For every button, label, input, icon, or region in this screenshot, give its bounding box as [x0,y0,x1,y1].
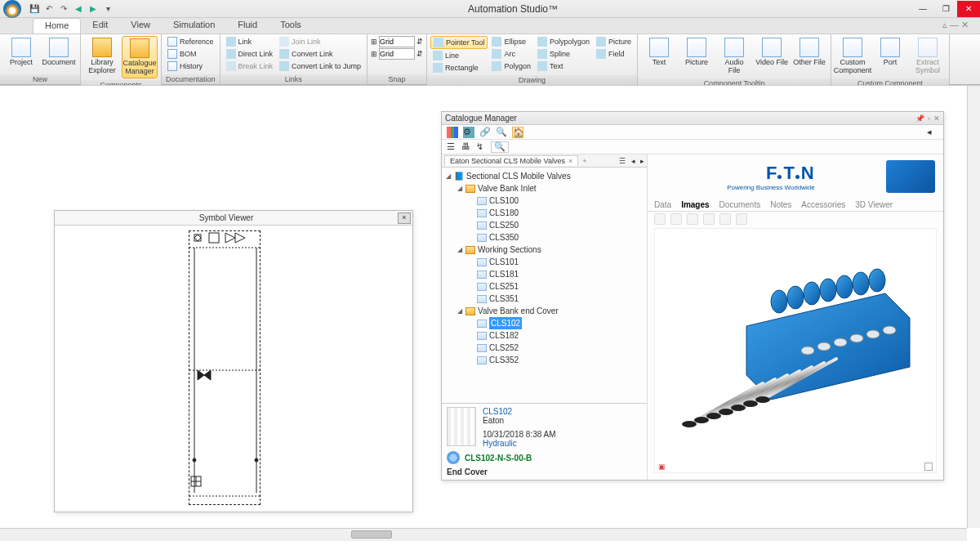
tree-group-working-sections[interactable]: ◢ Working Sections [445,244,644,256]
snap-input[interactable] [379,48,415,60]
video-file-button[interactable]: Video File [754,36,790,69]
reference-button[interactable]: Reference [165,36,216,47]
image-resize-handle[interactable] [924,463,933,471]
detail-tab-data[interactable]: Data [654,200,671,209]
toolbar-search-icon[interactable]: 🔍 [496,127,507,138]
tab-tools[interactable]: Tools [269,18,313,34]
catalogue-nav-prev-icon[interactable]: ◂ [629,157,638,165]
break-link-button[interactable]: Break Link [224,60,276,72]
ellipse-button[interactable]: Ellipse [489,36,533,47]
convert-link-to-jump-button[interactable]: Convert Link to Jump [277,60,363,72]
document-button[interactable]: Document [41,36,77,69]
catalogue-tree[interactable]: ◢📘 Sectional CLS Mobile Valves◢ Valve Ba… [442,168,647,403]
toolbar-home-icon[interactable]: 🏠 [512,127,523,138]
tab-home[interactable]: Home [33,18,81,34]
tb2-tree-icon[interactable]: ☰ [447,141,458,153]
catalogue-tab[interactable]: Eaton Sectional CLS Mobile Valves × [444,155,578,166]
horizontal-scrollbar[interactable] [0,528,967,541]
tree-item-cls351[interactable]: CLS351 [445,293,644,305]
catalogue-manager-button[interactable]: Catalogue Manager [122,36,158,78]
catalogue-header[interactable]: Catalogue Manager 📌 ▫ ✕ [442,112,943,125]
catalogue-nav-next-icon[interactable]: ▸ [638,157,647,165]
link-button[interactable]: Link [224,36,276,47]
project-button[interactable]: Project [3,36,39,69]
catalogue-close-icon[interactable]: ✕ [933,114,940,123]
snap-stepper-icon[interactable]: ⇵ [416,50,423,58]
toolbar-back-icon[interactable]: ◂ [927,127,938,138]
maximize-button[interactable]: ❐ [934,1,957,17]
text-button[interactable]: Text [535,60,592,72]
symbol-viewer-body[interactable] [55,226,412,512]
toolbar-link-icon[interactable]: 🔗 [479,127,491,138]
polygon-button[interactable]: Polygon [489,60,533,72]
symbol-viewer-close-icon[interactable]: × [398,212,411,224]
img-tool-4[interactable] [703,213,715,225]
qat-next-icon[interactable]: ▶ [87,2,100,16]
snap-grid-icon[interactable]: ⊞ [371,50,377,58]
catalogue-tab-add-icon[interactable]: + [578,157,590,165]
tree-group-valve-bank-inlet[interactable]: ◢ Valve Bank Inlet [445,182,644,195]
qat-save-icon[interactable]: 💾 [28,2,41,16]
tree-item-cls352[interactable]: CLS352 [445,354,644,366]
toolbar-config-icon[interactable]: ⚙ [463,127,474,138]
img-tool-2[interactable] [670,213,682,225]
pointer-tool-button[interactable]: Pointer Tool [430,36,488,49]
catalogue-pin-icon[interactable]: 📌 [915,114,924,123]
tree-item-cls350[interactable]: CLS350 [445,231,644,244]
tree-item-cls181[interactable]: CLS181 [445,268,644,280]
join-link-button[interactable]: Join Link [277,36,363,47]
qat-prev-icon[interactable]: ◀ [72,2,85,16]
spline-button[interactable]: Spline [535,48,592,60]
tree-item-cls182[interactable]: CLS182 [445,329,644,342]
tree-item-cls250[interactable]: CLS250 [445,219,644,231]
catalogue-tab-close-icon[interactable]: × [568,157,572,165]
history-button[interactable]: History [165,60,216,72]
tree-root[interactable]: ◢📘 Sectional CLS Mobile Valves [445,170,644,182]
tree-group-valve-bank-end-cover[interactable]: ◢ Valve Bank end Cover [445,305,644,317]
vertical-scrollbar[interactable] [967,86,980,528]
tree-item-cls252[interactable]: CLS252 [445,342,644,354]
other-file-button[interactable]: Other File [791,36,827,69]
bom-button[interactable]: BOM [165,48,216,60]
tree-item-cls102[interactable]: CLS102 [445,317,644,329]
qat-dropdown-icon[interactable]: ▾ [101,2,114,16]
custom-component-button[interactable]: Custom Component [835,36,871,77]
catalogue-menu-icon[interactable]: ▫ [928,114,930,123]
catalogue-list-icon[interactable]: ☰ [616,157,629,165]
qat-redo-icon[interactable]: ↷ [57,2,70,16]
detail-tab-3d-viewer[interactable]: 3D Viewer [855,200,893,209]
img-tool-3[interactable] [687,213,698,225]
ribbon-collapse-icon[interactable]: ▵ — ✕ [931,18,980,34]
library-explorer-button[interactable]: Library Explorer [84,36,120,77]
tree-item-cls100[interactable]: CLS100 [445,195,644,207]
snap-grid-icon[interactable]: ⊞ [371,38,377,46]
img-tool-6[interactable] [736,213,747,225]
tree-item-cls180[interactable]: CLS180 [445,207,644,219]
tb2-print-icon[interactable]: 🖶 [461,141,473,153]
line-button[interactable]: Line [430,50,488,61]
img-tool-1[interactable] [654,213,666,225]
detail-tab-documents[interactable]: Documents [719,200,761,209]
tab-view[interactable]: View [119,18,162,34]
extract-symbol-button[interactable]: Extract Symbol [910,36,946,77]
field-button[interactable]: Field [594,48,634,60]
picture-button[interactable]: Picture [679,36,715,69]
polypolygon-button[interactable]: Polypolygon [535,36,592,47]
close-button[interactable]: ✕ [957,1,980,17]
toolbar-stats-icon[interactable] [447,127,458,138]
product-image-zone[interactable]: ▣ [654,228,937,473]
snap-stepper-icon[interactable]: ⇵ [416,38,423,46]
info-category[interactable]: Hydraulic [483,439,556,448]
rectangle-button[interactable]: Rectangle [430,62,488,74]
tb2-sync-icon[interactable]: ↯ [476,141,488,153]
tree-item-cls101[interactable]: CLS101 [445,256,644,268]
h-scroll-thumb[interactable] [351,530,392,539]
symbol-viewer-header[interactable]: Symbol Viewer × [55,211,412,226]
detail-tab-accessories[interactable]: Accessories [801,200,845,209]
audio-file-button[interactable]: Audio File [716,36,752,77]
img-tool-5[interactable] [719,213,731,225]
direct-link-button[interactable]: Direct Link [224,48,276,60]
tab-edit[interactable]: Edit [81,18,119,34]
search-input[interactable]: 🔍 [491,141,509,153]
tab-fluid[interactable]: Fluid [226,18,269,34]
